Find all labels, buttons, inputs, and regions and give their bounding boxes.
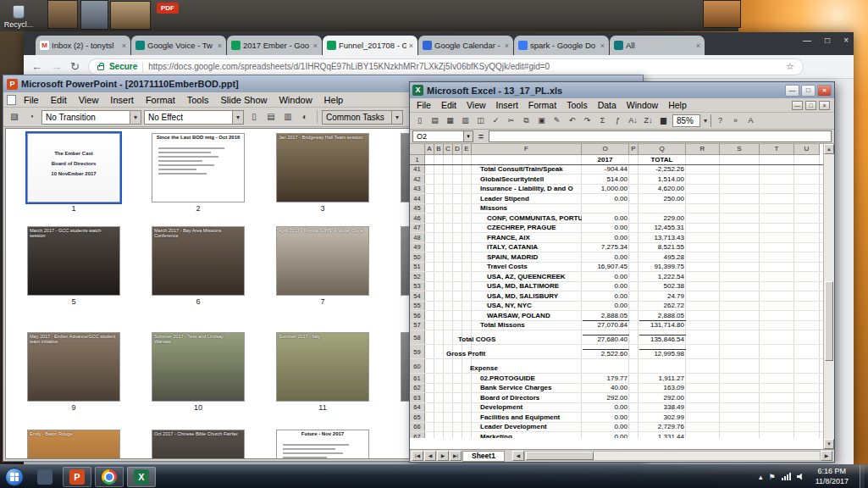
effect-dropdown[interactable]: No Effect ▾ — [144, 110, 244, 125]
cell-2017-value[interactable]: 7,275.34 — [583, 243, 629, 251]
column-header[interactable]: B — [434, 144, 444, 155]
black-white-view-icon[interactable]: ◐ — [297, 110, 312, 125]
cell-2017-value[interactable]: 0.00 — [583, 433, 629, 439]
show-desktop-button[interactable] — [860, 465, 865, 488]
cell-2017-value[interactable]: 0.00 — [583, 302, 629, 309]
cell-total-value[interactable]: 1,911.27 — [639, 374, 686, 382]
zoom-dropdown[interactable]: 85% ▾ — [672, 114, 711, 127]
cell-total-value[interactable]: 495.28 — [639, 253, 686, 261]
new-slide-icon[interactable]: ▯ — [246, 110, 262, 125]
row-number[interactable]: 52 — [410, 272, 425, 281]
column-header[interactable]: O — [582, 144, 629, 155]
recycle-bin-desktop-icon[interactable]: Recycl... — [2, 5, 36, 29]
tab-close-icon[interactable]: × — [313, 42, 318, 50]
reload-icon[interactable]: ↻ — [70, 61, 80, 72]
paste-icon[interactable]: ▣ — [534, 114, 549, 128]
format-painter-icon[interactable]: ✎ — [550, 114, 564, 128]
cell-2017-value[interactable]: 0.00 — [583, 214, 629, 222]
cell-2017-value[interactable]: 0.00 — [583, 273, 629, 280]
cell-2017-value[interactable]: 0.00 — [583, 403, 629, 411]
cell-total-value[interactable]: 13,713.43 — [639, 234, 686, 241]
sheet-nav-icon[interactable]: ◀ — [424, 451, 436, 461]
cell-2017-value[interactable]: 0.00 — [583, 195, 629, 202]
row-number[interactable]: 42 — [410, 175, 425, 184]
row-number[interactable]: 59 — [410, 345, 425, 358]
row-number[interactable]: 56 — [410, 311, 425, 320]
slide-thumbnail[interactable]: Summer 2017 - Tess and Lindsay - Warsaw … — [152, 332, 245, 412]
row-number[interactable]: 45 — [410, 204, 425, 214]
hide-slide-icon[interactable]: ▨ — [7, 110, 22, 125]
table-row[interactable]: 66 Leader Development 0.00 2,729.76 — [410, 423, 823, 433]
cell-total-value[interactable]: TOTAL — [639, 156, 686, 164]
column-header[interactable]: U — [794, 144, 820, 155]
chevron-down-icon[interactable]: ▾ — [463, 131, 473, 141]
font-color-icon[interactable]: A — [744, 114, 758, 128]
cell-label[interactable]: Expense — [434, 364, 582, 372]
cell-2017-value[interactable]: 0.00 — [583, 253, 629, 261]
column-header[interactable]: E — [462, 144, 472, 155]
cell-2017-value[interactable]: 16,907.45 — [583, 263, 629, 270]
rehearse-timings-icon[interactable]: ◔ — [24, 110, 39, 125]
cell-label[interactable]: 02.PROTOGUIDE — [434, 374, 582, 382]
slide-thumbnail[interactable]: March 2017 - Bay Area Missions Conferenc… — [152, 226, 245, 306]
column-header[interactable]: Q — [639, 144, 686, 155]
help-icon[interactable]: ? — [713, 114, 727, 128]
cell-total-value[interactable]: 1,222.54 — [639, 273, 686, 280]
slide-thumbnail[interactable]: Future - Nov 2017 — [276, 430, 369, 459]
browser-tab[interactable]: Google Voice - Tw × — [131, 36, 226, 55]
menu-item[interactable]: Edit — [436, 100, 462, 110]
table-row[interactable]: 42 GlobalSecurityIntell 514.00 1,514.00 — [410, 175, 823, 185]
slide-thumbnail[interactable]: May 2017 - Ember Advance/GCC student tea… — [27, 332, 120, 412]
cell-label[interactable]: USA, MD, BALTIMORE — [434, 282, 582, 290]
table-row[interactable]: 60 Expense — [410, 359, 823, 374]
row-number[interactable]: 44 — [410, 194, 425, 203]
menu-item[interactable]: Insert — [491, 100, 523, 110]
minimize-icon[interactable]: — — [785, 85, 799, 97]
cell-label[interactable]: CONF, COMMUNITAS, PORTUG — [434, 214, 582, 222]
cell-label[interactable]: Total Consult/Train/Speak — [434, 165, 582, 173]
menu-item[interactable]: File — [412, 100, 436, 110]
scroll-left-icon[interactable]: ◀ — [512, 451, 524, 461]
row-number[interactable]: 66 — [410, 423, 425, 432]
cell-total-value[interactable]: 1,514.00 — [639, 175, 686, 183]
cell-total-value[interactable]: 131,714.80 — [639, 320, 686, 329]
speaker-notes-icon[interactable]: ▤ — [263, 110, 279, 125]
cell-label[interactable]: USA, AZ, QUEENCREEK — [434, 273, 582, 280]
excel[interactable]: X — [127, 467, 156, 487]
paste-function-icon[interactable]: ƒ — [611, 114, 625, 128]
chrome[interactable] — [95, 467, 124, 487]
browser-tab[interactable]: All × — [610, 36, 705, 55]
row-number[interactable]: 46 — [410, 214, 425, 223]
close-icon[interactable]: × — [819, 101, 830, 110]
copy-icon[interactable]: ⧉ — [519, 114, 534, 128]
sheet-nav-icon[interactable]: |◀ — [412, 451, 423, 461]
cell-2017-value[interactable]: 292.00 — [583, 394, 629, 402]
cell-total-value[interactable]: 12,455.31 — [639, 224, 686, 231]
menu-item[interactable]: Tools — [181, 95, 215, 105]
menu-item[interactable]: View — [73, 95, 105, 105]
row-number[interactable]: 55 — [410, 302, 425, 311]
redo-icon[interactable]: ↷ — [580, 114, 594, 128]
row-number[interactable]: 49 — [410, 243, 425, 252]
row-number[interactable]: 58 — [410, 330, 425, 344]
row-number[interactable]: 47 — [410, 224, 425, 233]
row-number[interactable]: 64 — [410, 403, 425, 413]
cell-total-value[interactable]: 229.00 — [639, 214, 686, 222]
cell-label[interactable]: CZECHREP, PRAGUE — [434, 224, 582, 231]
print-preview-icon[interactable]: ◫ — [473, 114, 488, 128]
row-number[interactable]: 62 — [410, 384, 425, 393]
clock[interactable]: 6:16 PM 11/8/2017 — [810, 467, 854, 486]
cell-label[interactable]: USA, MD, SALISBURY — [434, 292, 582, 300]
cell-total-value[interactable]: 4,620.00 — [639, 185, 686, 192]
cell-label[interactable]: Travel Costs — [434, 263, 582, 270]
cell-label[interactable]: USA, NY, NYC — [434, 302, 582, 309]
table-row[interactable]: 46 CONF, COMMUNITAS, PORTUG 0.00 229.00 — [410, 214, 823, 224]
browser-tab[interactable]: 2017 Ember - Goo × — [227, 36, 322, 55]
url-text[interactable]: https://docs.google.com/spreadsheets/d/1… — [148, 62, 781, 71]
cell-label[interactable]: Leader Development — [434, 423, 582, 430]
row-number[interactable]: 1 — [410, 155, 425, 164]
row-number[interactable]: 43 — [410, 185, 425, 194]
cell-label[interactable]: Bank Service Charges — [434, 384, 582, 391]
browser-tab[interactable]: Google Calendar - × — [418, 36, 513, 55]
cell-2017-value[interactable]: 0.00 — [583, 224, 629, 231]
